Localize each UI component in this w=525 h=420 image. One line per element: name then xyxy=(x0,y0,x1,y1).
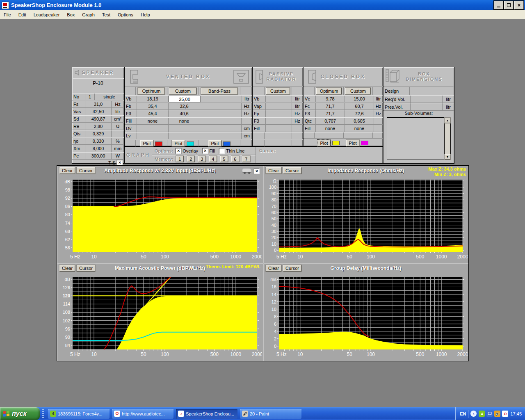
start-button[interactable]: пуск xyxy=(0,407,40,420)
speaker-header: SPEAKER xyxy=(82,70,114,75)
chart-print-checkbox[interactable]: × xyxy=(254,168,260,174)
svg-text:14: 14 xyxy=(272,292,276,297)
taskbar-task-icq[interactable]: 4183696115: Forex4y... xyxy=(48,409,110,419)
speaker-no-type[interactable]: single xyxy=(95,94,124,100)
memory-button-4[interactable]: 4 xyxy=(209,156,217,162)
row-label: Fill xyxy=(253,125,266,132)
vented-optimum-button[interactable]: Optimum xyxy=(138,88,165,94)
menu-item-box[interactable]: Box xyxy=(63,10,78,19)
overlay-checkbox[interactable]: × xyxy=(176,148,181,154)
box-dimensions-icon xyxy=(385,68,402,85)
svg-text:500: 500 xyxy=(416,352,424,357)
closed-box-icon xyxy=(307,69,317,84)
scroll-down-icon[interactable]: ▼ xyxy=(445,154,450,160)
taskbar-task-speakershop[interactable]: ♪SpeakerShop Enclosu... xyxy=(176,409,237,419)
language-indicator[interactable]: EN xyxy=(460,411,466,416)
speaker-param-row: Fs31,0Hz xyxy=(72,100,124,108)
menu-item-file[interactable]: File xyxy=(0,10,15,19)
subvolumes-scrollbar[interactable]: ▲ ▼ xyxy=(444,118,450,160)
closed-box-header: CLOSED BOX xyxy=(321,74,365,80)
title-bar: SpeakerShop Enclosure Module 1.0 × xyxy=(0,0,525,10)
plot-button[interactable]: Plot xyxy=(346,140,360,146)
restore-button[interactable] xyxy=(504,1,514,9)
ts-checkbox[interactable]: × xyxy=(117,160,123,166)
vented-band-pass-button[interactable]: Band-Pass xyxy=(201,88,238,94)
scroll-up-icon[interactable]: ▲ xyxy=(445,118,450,123)
memory-button-7[interactable]: 7 xyxy=(242,156,250,162)
option-thin-line[interactable]: Thin Line xyxy=(219,148,244,154)
passive-radiator-panel: PASSIVERADIATOR CustomVblitrVaplitrFpHzF… xyxy=(252,67,303,146)
hide-icons-chevron-icon[interactable]: ‹ xyxy=(470,411,477,417)
boxdim-row: Req'd Vol.litr xyxy=(383,95,454,103)
checkbox-label: Overlay xyxy=(183,148,198,153)
vented-box-icon-left xyxy=(127,69,141,84)
svg-text:108: 108 xyxy=(63,310,70,315)
menu-item-options[interactable]: Options xyxy=(114,10,137,19)
menu-item-edit[interactable]: Edit xyxy=(15,10,30,19)
svg-text:70: 70 xyxy=(272,204,276,209)
speaker-no-label: No xyxy=(72,94,85,100)
volume-icon[interactable]: 🔊 xyxy=(494,411,500,417)
closed-custom-button[interactable]: Custom xyxy=(345,88,371,94)
svg-text:2000: 2000 xyxy=(252,352,262,357)
param-value: 42,50 xyxy=(85,108,112,115)
thin-line-checkbox[interactable] xyxy=(219,148,225,154)
plot-button[interactable]: Plot xyxy=(208,140,222,147)
fill-checkbox[interactable]: × xyxy=(202,148,208,154)
svg-text:98: 98 xyxy=(65,187,70,192)
memory-button-2[interactable]: 2 xyxy=(187,156,195,162)
svg-text:126: 126 xyxy=(63,285,70,290)
memory-button-5[interactable]: 5 xyxy=(220,156,228,162)
speaker-no-value[interactable]: 1 xyxy=(85,94,95,100)
svg-text:84: 84 xyxy=(65,343,70,348)
speaker-param-row: Vas42,50litr xyxy=(72,108,124,115)
memory-button-1[interactable]: 1 xyxy=(176,156,184,162)
row-unit: Hz xyxy=(242,110,252,117)
option-fill[interactable]: ×Fill xyxy=(202,148,215,154)
max-power-plot[interactable]: dB1261201141081029690845 Hz1050100500100… xyxy=(58,274,262,359)
custom-value[interactable]: 25,00 xyxy=(169,96,201,103)
design-value[interactable] xyxy=(410,87,454,95)
quicklaunch-handle[interactable] xyxy=(42,409,44,419)
svg-text:50: 50 xyxy=(141,352,146,357)
taskbar-task-opera[interactable]: Ohttp://www.audiotec... xyxy=(112,409,173,419)
impedance-plot[interactable]: Ω10090807060504030201005 Hz1050100500100… xyxy=(264,176,468,262)
option-overlay[interactable]: ×Overlay xyxy=(176,148,198,154)
vented-row-lv: Lvcm xyxy=(125,132,252,139)
menu-item-loudspeaker[interactable]: Loudspeaker xyxy=(30,10,64,19)
paint-icon: 🖌 xyxy=(242,411,248,417)
subvolumes-listbox[interactable]: ▲ ▼ xyxy=(387,117,451,160)
pr-custom-button[interactable]: Custom xyxy=(266,88,290,94)
memory-button-3[interactable]: 3 xyxy=(198,156,206,162)
amplitude-plot[interactable]: dB98928680746862565 Hz105010050010002000 xyxy=(58,176,262,262)
plot-button[interactable]: Plot xyxy=(317,140,331,146)
row-value[interactable] xyxy=(411,103,443,111)
closed-row-f3: F371,772,6Hz xyxy=(304,110,383,117)
boxdim-row: Pres.Vol.litr xyxy=(383,103,454,111)
icq-icon[interactable]: 4 xyxy=(479,411,485,417)
row-value[interactable] xyxy=(411,96,443,103)
vented-custom-button[interactable]: Custom xyxy=(169,88,196,94)
menu-item-help[interactable]: Help xyxy=(137,10,154,19)
param-unit: Ω xyxy=(112,123,124,130)
minimize-button[interactable] xyxy=(494,1,503,9)
menu-bar: FileEditLoudspeakerBoxGraphTestOptionsHe… xyxy=(0,10,525,19)
param-unit: cm² xyxy=(112,116,124,123)
menu-item-test[interactable]: Test xyxy=(98,10,114,19)
vented-box-header: VENTED BOX xyxy=(166,74,210,80)
restore-icon xyxy=(507,3,511,7)
svg-text:5 Hz: 5 Hz xyxy=(70,254,80,260)
plot-button[interactable]: Plot xyxy=(140,140,154,147)
group-delay-plot[interactable]: ms16141210864205 Hz105010050010002000 xyxy=(264,274,468,359)
svg-text:12: 12 xyxy=(272,299,276,304)
speaker-model[interactable]: P-10 xyxy=(72,78,124,93)
menu-item-graph[interactable]: Graph xyxy=(78,10,98,19)
closed-optimum-button[interactable]: Optimum xyxy=(316,88,342,94)
close-button[interactable]: × xyxy=(514,1,524,9)
plot-button[interactable]: Plot xyxy=(172,140,185,147)
memory-button-6[interactable]: 6 xyxy=(231,156,239,162)
param-label: Re xyxy=(72,123,85,130)
network-icon[interactable]: 🖵 xyxy=(486,411,493,417)
opera-icon[interactable]: O xyxy=(502,411,508,417)
taskbar-task-paint[interactable]: 🖌20 - Paint xyxy=(240,409,301,419)
